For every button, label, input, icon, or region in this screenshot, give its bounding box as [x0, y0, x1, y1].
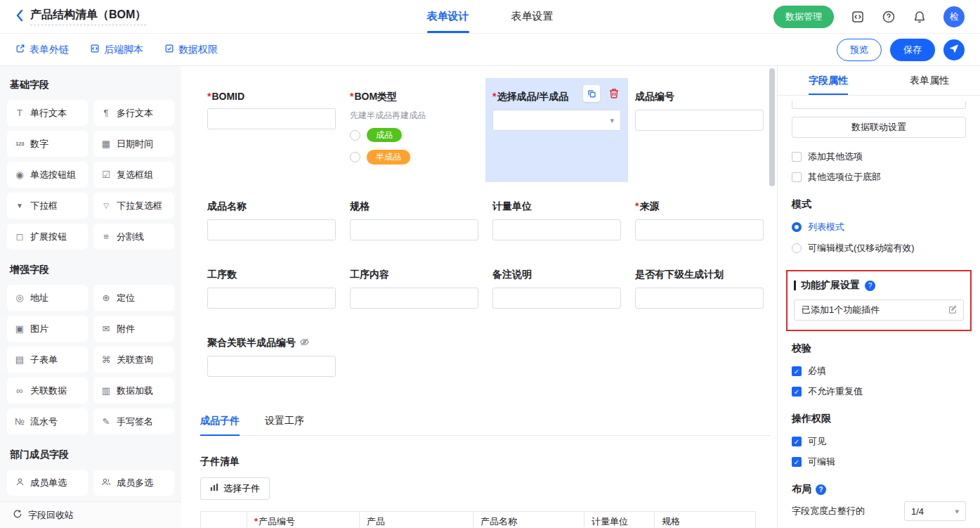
field-type-item[interactable]: 成员多选	[93, 470, 174, 496]
extend-button-icon: ◻	[14, 232, 25, 241]
field-type-item[interactable]: 123数字	[7, 131, 88, 157]
plugin-summary-field[interactable]: 已添加1个功能插件	[794, 300, 964, 321]
checkbox-icon[interactable]	[792, 457, 802, 467]
tab-form-settings[interactable]: 表单设置	[511, 0, 554, 33]
field-type-item[interactable]: ▽下拉复选框	[93, 193, 174, 219]
form-field-remark[interactable]: 备注说明	[485, 256, 628, 318]
copy-field-button[interactable]	[583, 85, 600, 102]
checkbox-icon[interactable]	[792, 437, 802, 446]
checkbox-icon[interactable]	[792, 172, 802, 182]
form-field-product-no[interactable]: 成品编号	[628, 78, 771, 182]
field-type-item[interactable]: ☑复选框组	[93, 162, 174, 188]
add-other-option-checkbox[interactable]: 添加其他选项	[792, 146, 966, 167]
help-icon[interactable]: ?	[816, 484, 826, 495]
avatar[interactable]: 检	[943, 6, 965, 27]
notifications-icon[interactable]	[913, 10, 927, 24]
radio-icon[interactable]	[350, 152, 360, 162]
field-type-item[interactable]: ≡分割线	[93, 224, 174, 250]
visible-checkbox[interactable]: 可见	[792, 431, 966, 451]
form-field-select-product[interactable]: *选择成品/半成品 ▾	[485, 78, 628, 182]
radio-option[interactable]: 半成品	[350, 150, 478, 164]
editable-checkbox[interactable]: 可编辑	[792, 451, 966, 472]
form-field-product-name[interactable]: 成品名称	[200, 188, 343, 250]
text-input[interactable]	[635, 110, 764, 131]
no-duplicate-checkbox[interactable]: 不允许重复值	[792, 381, 966, 401]
radio-icon[interactable]	[792, 222, 802, 232]
field-type-item[interactable]: ✉附件	[93, 316, 174, 342]
backend-script-link[interactable]: 后端脚本	[90, 44, 143, 56]
select-children-button[interactable]: 选择子件	[200, 477, 270, 500]
editable-mode-radio[interactable]: 可编辑模式(仅移动端有效)	[792, 238, 966, 259]
option-tag-semifinished[interactable]: 半成品	[367, 150, 410, 164]
field-type-item[interactable]: ▥数据加载	[93, 378, 174, 404]
text-input[interactable]	[207, 219, 336, 240]
text-input[interactable]	[492, 288, 621, 309]
field-type-item[interactable]: ◎地址	[7, 285, 88, 311]
form-field-bom-type[interactable]: *BOM类型 先建半成品再建成品 成品 半成品	[343, 78, 485, 182]
other-option-bottom-checkbox[interactable]: 其他选项位于底部	[792, 167, 966, 187]
form-field-has-sub-plan[interactable]: 是否有下级生成计划	[628, 256, 771, 318]
text-input[interactable]	[207, 108, 336, 129]
radio-icon[interactable]	[350, 130, 360, 141]
form-field-process-content[interactable]: 工序内容	[343, 256, 485, 318]
required-checkbox[interactable]: 必填	[792, 361, 966, 381]
field-type-item[interactable]: ◉单选按钮组	[7, 162, 88, 188]
form-field-agg-semi-no[interactable]: 聚合关联半成品编号	[200, 324, 343, 387]
tab-form-properties[interactable]: 表单属性	[879, 66, 980, 95]
form-field-process-count[interactable]: 工序数	[200, 256, 343, 318]
tab-form-design[interactable]: 表单设计	[427, 0, 469, 33]
field-type-item[interactable]: ∞关联数据	[7, 378, 88, 404]
text-input[interactable]	[492, 219, 621, 240]
data-link-settings-button[interactable]: 数据联动设置	[792, 117, 966, 138]
field-type-item[interactable]: ▣图片	[7, 316, 88, 342]
field-type-item[interactable]: ⊕定位	[93, 285, 174, 311]
product-select-dropdown[interactable]: ▾	[492, 110, 621, 131]
edit-plugin-icon[interactable]	[948, 304, 958, 316]
field-recycle-bin[interactable]: 字段回收站	[0, 501, 181, 528]
preview-button[interactable]: 预览	[837, 39, 882, 61]
field-type-item[interactable]: T单行文本	[7, 100, 88, 126]
list-mode-radio[interactable]: 列表模式	[792, 217, 966, 238]
checkbox-icon[interactable]	[792, 387, 802, 397]
checkbox-icon[interactable]	[792, 152, 802, 162]
option-tag-finished[interactable]: 成品	[367, 128, 402, 142]
tab-field-properties[interactable]: 字段属性	[778, 66, 879, 95]
tab-product-children[interactable]: 成品子件	[200, 415, 240, 435]
field-type-item[interactable]: ⌘关联查询	[93, 347, 174, 373]
field-type-item[interactable]: №流水号	[7, 408, 88, 434]
integrations-icon[interactable]	[851, 10, 865, 24]
field-type-item[interactable]: 成员单选	[7, 470, 88, 496]
field-type-item[interactable]: ◻扩展按钮	[7, 224, 88, 250]
field-type-item[interactable]: ¶多行文本	[93, 100, 174, 126]
tab-process-setup[interactable]: 设置工序	[265, 415, 304, 435]
text-input[interactable]	[207, 288, 336, 309]
help-icon[interactable]	[882, 10, 896, 24]
form-field-spec[interactable]: 规格	[343, 188, 485, 250]
text-input[interactable]	[350, 219, 478, 240]
form-field-source[interactable]: *来源	[628, 188, 771, 250]
field-type-item[interactable]: ✎手写签名	[93, 408, 174, 434]
delete-field-button[interactable]	[608, 88, 620, 99]
share-button[interactable]	[943, 39, 965, 60]
back-button[interactable]	[15, 9, 23, 24]
canvas-scrollbar[interactable]	[769, 68, 775, 186]
field-type-item[interactable]: ▦日期时间	[93, 131, 174, 157]
text-input[interactable]	[207, 356, 336, 377]
save-button[interactable]: 保存	[890, 39, 935, 61]
radio-option[interactable]: 成品	[350, 128, 478, 142]
checkbox-icon[interactable]	[792, 366, 802, 376]
field-type-item[interactable]: ▤子表单	[7, 347, 88, 373]
form-field-unit[interactable]: 计量单位	[485, 188, 628, 250]
text-input[interactable]	[350, 288, 478, 309]
text-input[interactable]	[635, 288, 764, 309]
radio-icon[interactable]	[792, 243, 802, 253]
form-external-link[interactable]: 表单外链	[15, 44, 69, 56]
data-permission-link[interactable]: 数据权限	[164, 44, 218, 56]
data-manage-button[interactable]: 数据管理	[773, 6, 834, 28]
help-icon[interactable]: ?	[865, 281, 875, 291]
scrolled-input-partial[interactable]	[792, 101, 966, 109]
field-type-item[interactable]: ▼下拉框	[7, 193, 88, 219]
form-field-bomid[interactable]: *BOMID	[200, 78, 343, 182]
text-input[interactable]	[635, 219, 764, 240]
field-width-select[interactable]: 1/4 ▾	[904, 501, 966, 521]
